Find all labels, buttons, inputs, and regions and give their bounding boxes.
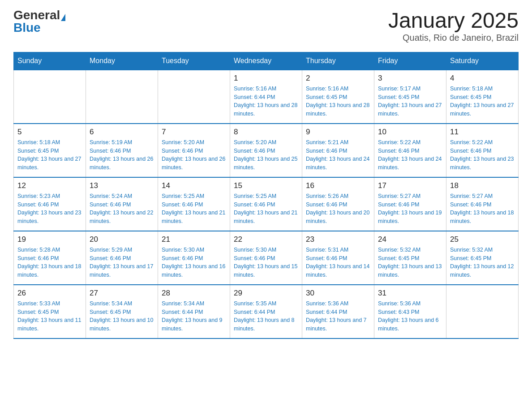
calendar-cell: 10Sunrise: 5:22 AM Sunset: 6:46 PM Dayli… <box>374 124 446 177</box>
day-number: 26 <box>17 289 82 298</box>
calendar-cell: 7Sunrise: 5:20 AM Sunset: 6:46 PM Daylig… <box>158 124 230 177</box>
calendar-week-row: 1Sunrise: 5:16 AM Sunset: 6:44 PM Daylig… <box>14 70 519 124</box>
calendar-cell: 27Sunrise: 5:34 AM Sunset: 6:45 PM Dayli… <box>86 285 158 338</box>
day-number: 11 <box>450 128 515 137</box>
day-number: 13 <box>90 181 154 190</box>
day-info: Sunrise: 5:20 AM Sunset: 6:46 PM Dayligh… <box>234 138 298 172</box>
calendar-cell: 2Sunrise: 5:16 AM Sunset: 6:45 PM Daylig… <box>302 70 374 124</box>
day-number: 22 <box>234 235 298 244</box>
calendar-cell: 13Sunrise: 5:24 AM Sunset: 6:46 PM Dayli… <box>86 177 158 231</box>
location-subtitle: Quatis, Rio de Janeiro, Brazil <box>388 33 519 43</box>
calendar-cell: 1Sunrise: 5:16 AM Sunset: 6:44 PM Daylig… <box>230 70 302 124</box>
day-number: 21 <box>162 235 226 244</box>
col-header-friday: Friday <box>374 52 446 70</box>
calendar-cell: 14Sunrise: 5:25 AM Sunset: 6:46 PM Dayli… <box>158 177 230 231</box>
calendar-cell: 26Sunrise: 5:33 AM Sunset: 6:45 PM Dayli… <box>14 285 86 338</box>
day-number: 30 <box>306 289 370 298</box>
day-number: 7 <box>162 128 226 137</box>
day-number: 8 <box>234 128 298 137</box>
logo-line2: Blue <box>13 21 41 34</box>
calendar-cell: 18Sunrise: 5:27 AM Sunset: 6:46 PM Dayli… <box>446 177 519 231</box>
calendar-header-row: SundayMondayTuesdayWednesdayThursdayFrid… <box>14 52 519 70</box>
calendar-cell: 20Sunrise: 5:29 AM Sunset: 6:46 PM Dayli… <box>86 231 158 285</box>
day-info: Sunrise: 5:33 AM Sunset: 6:45 PM Dayligh… <box>17 300 82 333</box>
day-info: Sunrise: 5:35 AM Sunset: 6:44 PM Dayligh… <box>234 300 298 333</box>
day-info: Sunrise: 5:25 AM Sunset: 6:46 PM Dayligh… <box>234 192 298 226</box>
day-info: Sunrise: 5:24 AM Sunset: 6:46 PM Dayligh… <box>90 192 154 226</box>
calendar-cell: 9Sunrise: 5:21 AM Sunset: 6:46 PM Daylig… <box>302 124 374 177</box>
calendar-week-row: 5Sunrise: 5:18 AM Sunset: 6:45 PM Daylig… <box>14 124 519 177</box>
calendar-cell: 12Sunrise: 5:23 AM Sunset: 6:46 PM Dayli… <box>14 177 86 231</box>
day-number: 2 <box>306 74 370 83</box>
col-header-wednesday: Wednesday <box>230 52 302 70</box>
logo-triangle-icon <box>61 14 65 21</box>
logo-general-text: General <box>13 8 60 22</box>
day-info: Sunrise: 5:31 AM Sunset: 6:46 PM Dayligh… <box>306 246 370 279</box>
day-info: Sunrise: 5:27 AM Sunset: 6:46 PM Dayligh… <box>450 192 515 226</box>
calendar-cell: 30Sunrise: 5:36 AM Sunset: 6:44 PM Dayli… <box>302 285 374 338</box>
calendar-week-row: 26Sunrise: 5:33 AM Sunset: 6:45 PM Dayli… <box>14 285 519 338</box>
calendar-cell: 22Sunrise: 5:30 AM Sunset: 6:46 PM Dayli… <box>230 231 302 285</box>
day-info: Sunrise: 5:22 AM Sunset: 6:46 PM Dayligh… <box>378 138 442 172</box>
calendar-cell: 31Sunrise: 5:36 AM Sunset: 6:43 PM Dayli… <box>374 285 446 338</box>
calendar-cell: 24Sunrise: 5:32 AM Sunset: 6:45 PM Dayli… <box>374 231 446 285</box>
calendar-cell: 3Sunrise: 5:17 AM Sunset: 6:45 PM Daylig… <box>374 70 446 124</box>
page-header: General Blue January 2025 Quatis, Rio de… <box>13 9 519 43</box>
calendar-cell <box>86 70 158 124</box>
day-info: Sunrise: 5:30 AM Sunset: 6:46 PM Dayligh… <box>234 246 298 279</box>
day-number: 14 <box>162 181 226 190</box>
day-number: 24 <box>378 235 442 244</box>
calendar-cell: 29Sunrise: 5:35 AM Sunset: 6:44 PM Dayli… <box>230 285 302 338</box>
day-info: Sunrise: 5:36 AM Sunset: 6:43 PM Dayligh… <box>378 300 442 333</box>
day-number: 27 <box>90 289 154 298</box>
day-number: 25 <box>450 235 515 244</box>
calendar-cell: 5Sunrise: 5:18 AM Sunset: 6:45 PM Daylig… <box>14 124 86 177</box>
calendar-cell: 23Sunrise: 5:31 AM Sunset: 6:46 PM Dayli… <box>302 231 374 285</box>
day-info: Sunrise: 5:27 AM Sunset: 6:46 PM Dayligh… <box>378 192 442 226</box>
day-info: Sunrise: 5:32 AM Sunset: 6:45 PM Dayligh… <box>450 246 515 279</box>
day-info: Sunrise: 5:25 AM Sunset: 6:46 PM Dayligh… <box>162 192 226 226</box>
col-header-monday: Monday <box>86 52 158 70</box>
day-info: Sunrise: 5:34 AM Sunset: 6:44 PM Dayligh… <box>162 300 226 333</box>
calendar-week-row: 12Sunrise: 5:23 AM Sunset: 6:46 PM Dayli… <box>14 177 519 231</box>
calendar-cell: 21Sunrise: 5:30 AM Sunset: 6:46 PM Dayli… <box>158 231 230 285</box>
calendar-cell: 11Sunrise: 5:22 AM Sunset: 6:46 PM Dayli… <box>446 124 519 177</box>
day-info: Sunrise: 5:32 AM Sunset: 6:45 PM Dayligh… <box>378 246 442 279</box>
calendar-cell <box>158 70 230 124</box>
col-header-tuesday: Tuesday <box>158 52 230 70</box>
day-info: Sunrise: 5:21 AM Sunset: 6:46 PM Dayligh… <box>306 138 370 172</box>
day-number: 23 <box>306 235 370 244</box>
calendar-cell: 28Sunrise: 5:34 AM Sunset: 6:44 PM Dayli… <box>158 285 230 338</box>
day-info: Sunrise: 5:17 AM Sunset: 6:45 PM Dayligh… <box>378 85 442 118</box>
calendar-cell: 19Sunrise: 5:28 AM Sunset: 6:46 PM Dayli… <box>14 231 86 285</box>
col-header-thursday: Thursday <box>302 52 374 70</box>
day-number: 6 <box>90 128 154 137</box>
day-number: 5 <box>17 128 82 137</box>
calendar-cell <box>14 70 86 124</box>
calendar-cell: 16Sunrise: 5:26 AM Sunset: 6:46 PM Dayli… <box>302 177 374 231</box>
day-number: 20 <box>90 235 154 244</box>
day-info: Sunrise: 5:22 AM Sunset: 6:46 PM Dayligh… <box>450 138 515 172</box>
day-number: 16 <box>306 181 370 190</box>
calendar-cell <box>446 285 519 338</box>
calendar-table: SundayMondayTuesdayWednesdayThursdayFrid… <box>13 52 519 339</box>
day-info: Sunrise: 5:30 AM Sunset: 6:46 PM Dayligh… <box>162 246 226 279</box>
day-info: Sunrise: 5:16 AM Sunset: 6:45 PM Dayligh… <box>306 85 370 118</box>
day-number: 19 <box>17 235 82 244</box>
calendar-cell: 15Sunrise: 5:25 AM Sunset: 6:46 PM Dayli… <box>230 177 302 231</box>
day-number: 29 <box>234 289 298 298</box>
day-info: Sunrise: 5:18 AM Sunset: 6:45 PM Dayligh… <box>17 138 82 172</box>
logo: General Blue <box>13 9 65 34</box>
calendar-cell: 8Sunrise: 5:20 AM Sunset: 6:46 PM Daylig… <box>230 124 302 177</box>
day-info: Sunrise: 5:16 AM Sunset: 6:44 PM Dayligh… <box>234 85 298 118</box>
day-number: 10 <box>378 128 442 137</box>
day-info: Sunrise: 5:28 AM Sunset: 6:46 PM Dayligh… <box>17 246 82 279</box>
day-info: Sunrise: 5:18 AM Sunset: 6:45 PM Dayligh… <box>450 85 515 118</box>
day-info: Sunrise: 5:23 AM Sunset: 6:46 PM Dayligh… <box>17 192 82 226</box>
day-info: Sunrise: 5:20 AM Sunset: 6:46 PM Dayligh… <box>162 138 226 172</box>
col-header-saturday: Saturday <box>446 52 519 70</box>
logo-blue-text: Blue <box>13 21 41 34</box>
day-number: 1 <box>234 74 298 83</box>
day-number: 17 <box>378 181 442 190</box>
calendar-cell: 4Sunrise: 5:18 AM Sunset: 6:45 PM Daylig… <box>446 70 519 124</box>
